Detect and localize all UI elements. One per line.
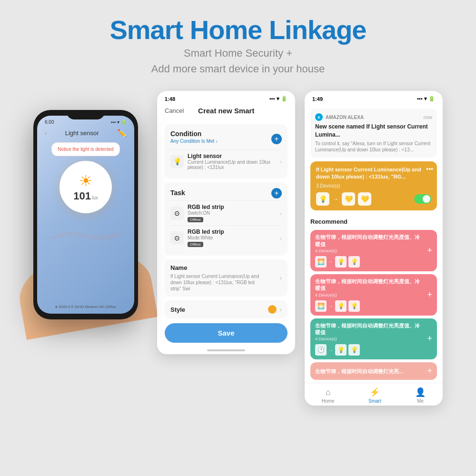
ss-screen-title: Creat new Smart xyxy=(198,107,254,115)
rec-light-icon-2: 💡 xyxy=(348,344,360,356)
alexa-notification: A AMAZON ALEXA now New scene named If Li… xyxy=(310,109,437,158)
content-area: 6:00 ▪▪▪ ▾ 🔋 ‹ Light sensor ✏️ Notice th… xyxy=(0,86,476,406)
light-device-icon-2: 💛 xyxy=(358,192,371,206)
rec-light-icon-2: 💡 xyxy=(348,300,360,312)
rec-light-icon-1: 💡 xyxy=(335,256,347,268)
screenshot-middle: 1:48 ▪▪▪ ▾ 🔋 Cancel Creat new Smart Cond… xyxy=(157,91,295,354)
profile-icon: 👤 xyxy=(415,387,426,397)
task-section: Task + ⊙ RGB led strip Switch:ON Offline… xyxy=(165,182,288,256)
nav-smart[interactable]: ⚡ Smart xyxy=(368,387,381,404)
add-scene-button[interactable]: + xyxy=(427,334,432,344)
phone-mockup: 6:00 ▪▪▪ ▾ 🔋 ‹ Light sensor ✏️ Notice th… xyxy=(33,110,138,319)
rec-card-1[interactable]: 生物节律，根据时间自动调整灯光亮度值、冷暖值 4 Device(s) 🌅 → 💡… xyxy=(310,230,437,271)
task-item-1[interactable]: ⊙ RGB led strip Switch:ON Offline › xyxy=(170,200,282,225)
condition-item[interactable]: 💡 Light sensor Current Luminance(Up and … xyxy=(170,149,282,173)
main-title: Smart Home Linkage xyxy=(0,14,476,45)
sun-icon: ☀ xyxy=(79,172,93,190)
style-color-dot xyxy=(268,305,277,314)
phone-screen: 6:00 ▪▪▪ ▾ 🔋 ‹ Light sensor ✏️ Notice th… xyxy=(37,116,134,314)
add-scene-button[interactable]: + xyxy=(427,366,432,376)
name-section[interactable]: Name If Light sensor Current Luminance(U… xyxy=(165,259,288,297)
ss-status-bar: 1:48 ▪▪▪ ▾ 🔋 xyxy=(157,91,295,105)
nav-home[interactable]: ⌂ Home xyxy=(322,387,335,404)
arrow-icon: → xyxy=(328,347,333,353)
ripple-decoration xyxy=(37,218,134,245)
more-options-button[interactable]: ••• xyxy=(426,165,433,173)
rec-clock-icon: 🕐 xyxy=(315,344,327,356)
phone-notification-area: Notice the light is detected xyxy=(44,142,128,156)
cancel-button[interactable]: Cancel xyxy=(165,107,184,114)
screenshot-right: 1:49 ▪▪▪ ▾ 🔋 A AMAZON ALEXA now New scen… xyxy=(305,91,443,406)
arrow-icon: → xyxy=(332,195,339,203)
task-item-2[interactable]: ⊙ RGB led strip Mode:White Offline › xyxy=(170,225,282,250)
chevron-right-icon: › xyxy=(279,274,282,282)
phone-notification: Notice the light is detected xyxy=(51,142,120,156)
chevron-right-icon: › xyxy=(279,234,282,242)
rec-card-4[interactable]: 生物节律，根据时间自动调整灯光亮... + xyxy=(310,362,437,380)
offline-badge-2: Offline xyxy=(188,242,203,247)
add-task-button[interactable]: + xyxy=(271,188,282,198)
add-scene-button[interactable]: + xyxy=(427,290,432,300)
home-icon: ⌂ xyxy=(326,387,331,397)
rec-light-icon-1: 💡 xyxy=(335,300,347,312)
rec-card-2[interactable]: 生物节律，根据时间自动调整灯光亮度值、冷暖值 4 Device(s) 🌅 → 💡… xyxy=(310,274,437,316)
light-device-icon-1: 💛 xyxy=(342,192,355,206)
chevron-right-icon: › xyxy=(279,158,282,165)
rs-status-bar: 1:49 ▪▪▪ ▾ 🔋 xyxy=(305,91,443,105)
subtitle: Smart Home Security + Add more smart dev… xyxy=(0,45,476,77)
page-header: Smart Home Linkage Smart Home Security +… xyxy=(0,0,476,86)
recommend-title: Recommend xyxy=(305,214,443,227)
rec-device-icon: 🌅 xyxy=(315,300,327,312)
rgb-strip-icon-2: ⊙ xyxy=(170,231,184,245)
home-indicator xyxy=(157,349,295,354)
arrow-icon: → xyxy=(328,303,333,308)
bottom-navigation: ⌂ Home ⚡ Smart 👤 Me xyxy=(305,383,443,406)
active-scene-card[interactable]: If Light sensor Current Luminance(Up and… xyxy=(310,161,437,211)
chevron-right-icon: › xyxy=(279,305,282,314)
alexa-icon: A xyxy=(315,113,323,121)
ss-nav-header: Cancel Creat new Smart xyxy=(157,105,295,120)
lux-display: ☀ 101 lux xyxy=(60,161,112,213)
rgb-strip-icon-1: ⊙ xyxy=(170,207,184,220)
sensor-device-icon: 💡 xyxy=(316,192,329,206)
nav-me[interactable]: 👤 Me xyxy=(415,387,426,404)
light-sensor-icon: 💡 xyxy=(170,155,184,168)
scene-toggle[interactable] xyxy=(414,194,431,204)
chevron-right-icon: › xyxy=(279,209,282,217)
style-section[interactable]: Style › xyxy=(165,300,288,318)
smart-icon: ⚡ xyxy=(369,387,380,397)
rec-device-icon: 🌅 xyxy=(315,256,327,268)
rec-card-3[interactable]: 生物节律，根据时间自动调整灯光亮度值、冷暖值 4 Device(s) 🕐 → 💡… xyxy=(310,318,437,360)
add-scene-button[interactable]: + xyxy=(427,246,432,256)
rec-light-icon-2: 💡 xyxy=(348,256,360,268)
offline-badge-1: Offline xyxy=(188,217,203,222)
phone-left: 6:00 ▪▪▪ ▾ 🔋 ‹ Light sensor ✏️ Notice th… xyxy=(33,110,148,319)
add-condition-button[interactable]: + xyxy=(271,134,282,144)
arrow-icon: → xyxy=(328,259,333,264)
phone-title-bar: ‹ Light sensor ✏️ xyxy=(37,127,134,139)
phone-footer: ● 2020.3.5 18:00 Medium 60-130lux xyxy=(37,305,134,309)
save-button[interactable]: Save xyxy=(165,323,288,343)
phone-notch xyxy=(67,110,105,119)
condition-section: Condition Any Condition Is Met ↓ + 💡 Lig… xyxy=(165,124,288,178)
rec-light-icon-1: 💡 xyxy=(335,344,347,356)
